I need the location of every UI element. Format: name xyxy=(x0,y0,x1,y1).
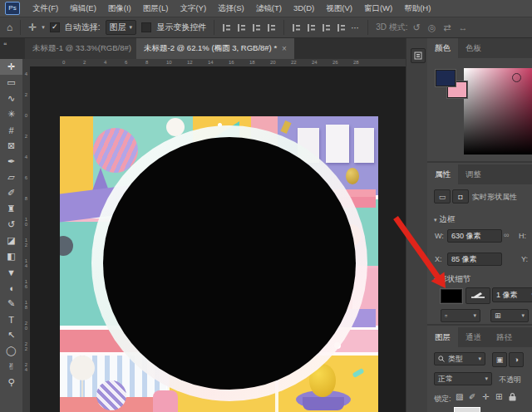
ruler-tick: 0 xyxy=(23,113,29,118)
align-top-icon[interactable] xyxy=(267,23,276,32)
ruler-tick: 2 2 xyxy=(23,341,29,351)
type-tool[interactable]: T xyxy=(0,311,22,327)
color-picker-marker[interactable] xyxy=(512,73,521,82)
lock-position-icon[interactable]: ✛ xyxy=(482,392,489,401)
chevron-down-icon[interactable]: ▾ xyxy=(42,24,45,31)
menu-image[interactable]: 图像(I) xyxy=(102,0,137,17)
move-tool[interactable]: ✛ xyxy=(0,59,22,75)
3d-orbit-icon[interactable]: ↺ xyxy=(412,22,420,33)
tab-swatches[interactable]: 色板 xyxy=(458,38,489,58)
blur-tool[interactable]: ▼ xyxy=(0,264,22,280)
menu-3d[interactable]: 3D(D) xyxy=(288,0,320,17)
width-field[interactable]: 630 像素 xyxy=(447,229,502,243)
ellipse-shape[interactable] xyxy=(103,137,356,390)
hand-tool[interactable]: ✌ xyxy=(0,359,22,375)
menu-layer[interactable]: 图层(L) xyxy=(137,0,175,17)
menu-window[interactable]: 窗口(W) xyxy=(358,0,398,17)
shape-props-rect-icon[interactable]: ▭ xyxy=(434,189,451,204)
shape-detail-section-header[interactable]: ▾ 形状细节 xyxy=(434,274,470,285)
menu-edit[interactable]: 编辑(E) xyxy=(64,0,102,17)
layer-thumbnail[interactable] xyxy=(454,407,480,412)
collapsed-panel-icon[interactable] xyxy=(411,48,426,63)
align-left-icon[interactable] xyxy=(222,23,231,32)
pen-tool[interactable]: ✎ xyxy=(0,296,22,311)
link-dimensions-icon[interactable]: ∞ xyxy=(504,231,509,239)
align-center-h-icon[interactable] xyxy=(237,23,246,32)
menu-filter[interactable]: 滤镜(T) xyxy=(250,0,288,17)
marquee-tool[interactable]: ▭ xyxy=(0,75,22,91)
close-icon[interactable]: × xyxy=(282,44,287,53)
canvas-image[interactable] xyxy=(60,116,378,412)
layer-filter-dropdown[interactable]: 类型 ▾ xyxy=(434,352,485,365)
tab-paths[interactable]: 路径 xyxy=(489,327,520,347)
filter-pixel-layers-icon[interactable]: ▣ xyxy=(492,352,507,367)
canvas-background[interactable] xyxy=(30,66,406,412)
home-icon[interactable]: ⌂ xyxy=(7,22,12,33)
ruler-tick: 1 8 xyxy=(23,300,29,310)
healing-brush-tool[interactable]: ▱ xyxy=(0,169,22,185)
brush-tool[interactable]: ✐ xyxy=(0,185,22,201)
tab-adjustments[interactable]: 调整 xyxy=(458,164,489,184)
blend-mode-dropdown[interactable]: 正常▾ xyxy=(434,372,492,385)
zoom-tool[interactable]: ⚲ xyxy=(0,375,22,390)
menu-select[interactable]: 选择(S) xyxy=(212,0,250,17)
menu-view[interactable]: 视图(V) xyxy=(320,0,358,17)
move-tool-icon[interactable]: ✛ xyxy=(28,22,37,33)
eraser-tool[interactable]: ◪ xyxy=(0,233,22,248)
lock-all-icon[interactable] xyxy=(509,393,516,403)
lock-artboard-icon[interactable]: ⊞ xyxy=(495,392,502,401)
lasso-tool[interactable]: ∿ xyxy=(0,91,22,106)
filter-adjustment-layers-icon[interactable]: ◑ xyxy=(509,352,524,367)
more-options-icon[interactable]: ⋯ xyxy=(351,23,360,32)
menu-type[interactable]: 文字(Y) xyxy=(174,0,212,17)
dodge-tool[interactable]: ◖ xyxy=(0,280,22,296)
align-right-icon[interactable] xyxy=(252,23,261,32)
document-tab-untitled-2[interactable]: 未标题-2 @ 62.1% (椭圆 3, RGB/8#) * × xyxy=(136,38,294,59)
gradient-tool[interactable]: ◧ xyxy=(0,248,22,264)
tab-channels[interactable]: 通道 xyxy=(458,327,489,347)
quick-select-tool[interactable]: ✳ xyxy=(0,106,22,122)
stroke-color-swatch[interactable] xyxy=(441,289,462,303)
ruler-tick: 1 0 xyxy=(23,217,29,227)
show-transform-checkbox[interactable] xyxy=(141,22,151,32)
align-middle-icon[interactable] xyxy=(292,23,301,32)
shape-props-ellipse-icon[interactable]: ◘ xyxy=(452,189,469,204)
auto-select-checkbox[interactable]: ✓ xyxy=(50,22,60,32)
stroke-width-field[interactable]: 1 像素▾ xyxy=(492,287,532,302)
path-select-tool[interactable]: ↖ xyxy=(0,327,22,343)
crop-tool[interactable]: # xyxy=(0,122,22,138)
ruler-tick: 6 xyxy=(125,60,127,66)
toolbar-collapse-icon[interactable]: ❝ xyxy=(3,42,7,49)
tab-color[interactable]: 颜色 xyxy=(427,38,458,58)
history-brush-tool[interactable]: ↺ xyxy=(0,217,22,233)
clone-stamp-tool[interactable]: ♜ xyxy=(0,201,22,217)
frame-tool[interactable]: ⊠ xyxy=(0,138,22,154)
align-bottom-icon[interactable] xyxy=(307,23,316,32)
stroke-style-button[interactable] xyxy=(466,287,490,304)
3d-slide-icon[interactable]: ↔ xyxy=(459,22,468,33)
distribute-v-icon[interactable] xyxy=(337,23,346,32)
foreground-color-swatch[interactable] xyxy=(436,70,456,86)
3d-roll-icon[interactable]: ◎ xyxy=(428,22,436,33)
menu-help[interactable]: 帮助(H) xyxy=(398,0,436,17)
eyedropper-tool[interactable]: ✒ xyxy=(0,154,22,169)
chevron-down-icon: ▾ xyxy=(130,21,133,34)
color-picker-field[interactable] xyxy=(464,68,532,154)
lock-transparent-icon[interactable]: ▨ xyxy=(456,392,463,401)
shape-tool[interactable]: ◯ xyxy=(0,343,22,359)
lock-image-icon[interactable]: ✐ xyxy=(469,392,475,401)
distribute-h-icon[interactable] xyxy=(322,23,331,32)
ruler-tick: 0 xyxy=(62,60,65,66)
menu-file[interactable]: 文件(F) xyxy=(27,0,64,17)
tab-properties[interactable]: 属性 xyxy=(427,164,458,184)
tab-layers[interactable]: 图层 xyxy=(427,327,458,347)
border-section-header[interactable]: ▾ 边框 xyxy=(434,214,455,225)
3d-pan-icon[interactable]: ⇄ xyxy=(443,22,451,33)
ruler-tick: 10 xyxy=(166,60,172,66)
auto-select-target-dropdown[interactable]: 图层 ▾ xyxy=(106,20,137,35)
stroke-cap-dropdown[interactable]: ⊞▾ xyxy=(490,309,529,322)
stroke-align-dropdown[interactable]: ▫▾ xyxy=(441,309,480,322)
document-tab-untitled-1[interactable]: 未标题-1 @ 33.3%(RGB/8#) × xyxy=(25,38,150,59)
x-field[interactable]: 85 像素 xyxy=(447,253,502,266)
ruler-tick: 22 xyxy=(291,60,297,66)
